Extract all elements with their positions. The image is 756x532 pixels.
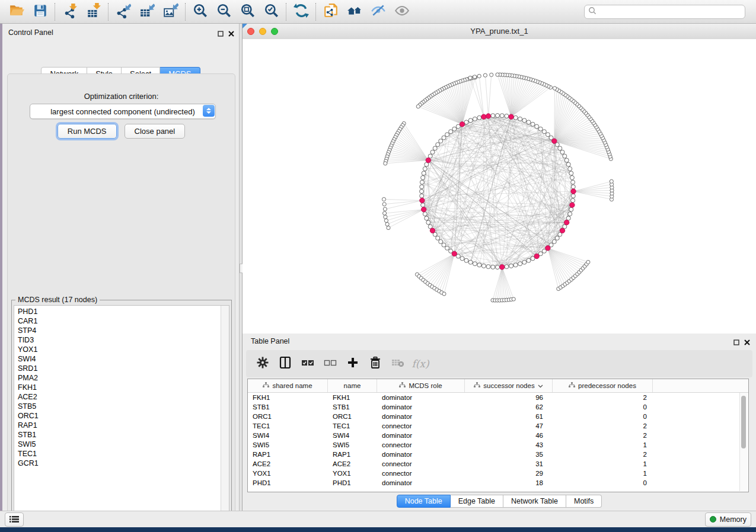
column-header-successor-nodes[interactable]: successor nodes <box>465 379 553 392</box>
cell-predecessor-nodes: 2 <box>553 451 653 458</box>
refresh-network-icon <box>294 3 309 21</box>
result-node[interactable]: ORC1 <box>14 411 221 421</box>
result-node[interactable]: SRD1 <box>14 364 221 373</box>
control-panel-header: Control Panel <box>2 24 239 40</box>
search-box[interactable] <box>584 5 745 19</box>
zoom-out-icon <box>216 3 232 21</box>
mcds-result-box: MCDS result (17 nodes) PHD1CAR1STP4TID3Y… <box>11 300 232 519</box>
table-row[interactable]: ORC1ORC1dominator610 <box>248 412 748 421</box>
network-titlebar[interactable]: YPA_prune.txt_1 <box>243 24 756 40</box>
memory-button[interactable]: Memory <box>705 512 751 527</box>
table-row[interactable]: YOX1YOX1connector291 <box>248 469 748 478</box>
select-all-checkboxes-button[interactable] <box>301 357 315 371</box>
save-session-button[interactable] <box>28 2 52 22</box>
table-row[interactable]: PHD1PHD1dominator180 <box>248 478 748 488</box>
tab-node-table[interactable]: Node Table <box>397 495 451 508</box>
column-header-MCDS-role[interactable]: MCDS role <box>377 379 465 392</box>
run-mcds-button[interactable]: Run MCDS <box>58 124 117 139</box>
export-image-button[interactable] <box>159 2 183 22</box>
result-node[interactable]: SWI5 <box>14 440 221 449</box>
show-all-button[interactable] <box>390 2 414 22</box>
table-row[interactable]: RAP1RAP1dominator352 <box>248 450 748 459</box>
table-row[interactable]: FKH1FKH1dominator962 <box>248 393 748 402</box>
status-bar: Memory <box>0 511 756 527</box>
control-panel: Control Panel NetworkStyleSelectMCDS Opt… <box>2 24 239 511</box>
first-neighbors-button[interactable] <box>343 2 366 22</box>
close-panel-icon[interactable] <box>228 28 234 39</box>
cell-successor-nodes: 18 <box>465 479 553 486</box>
table-row[interactable]: ACE2ACE2connector311 <box>248 459 748 469</box>
tab-motifs[interactable]: Motifs <box>566 495 602 508</box>
column-header-name[interactable]: name <box>328 379 377 392</box>
import-table-button[interactable] <box>82 2 106 22</box>
column-namespace-icon <box>569 382 575 389</box>
close-table-panel-icon[interactable] <box>744 337 750 348</box>
node-table[interactable]: shared namenameMCDS rolesuccessor nodesp… <box>247 379 749 492</box>
result-node[interactable]: PMA2 <box>14 373 221 383</box>
zoom-out-button[interactable] <box>212 2 236 22</box>
result-node[interactable]: FKH1 <box>14 383 221 392</box>
table-panel-title: Table Panel <box>251 337 289 345</box>
zoom-fit-button[interactable] <box>236 2 260 22</box>
zoom-selected-button[interactable] <box>260 2 283 22</box>
deselect-all-checkboxes-button[interactable] <box>323 357 337 371</box>
result-node[interactable]: CAR1 <box>14 316 221 326</box>
close-panel-button[interactable]: Close panel <box>125 124 186 139</box>
delete-row-button[interactable] <box>368 357 382 371</box>
mcds-result-list[interactable]: PHD1CAR1STP4TID3YOX1SWI4SRD1PMA2FKH1ACE2… <box>14 305 229 517</box>
result-node[interactable]: STP4 <box>14 326 221 335</box>
cell-shared-name: ACE2 <box>248 460 328 467</box>
float-panel-icon[interactable] <box>218 28 224 39</box>
network-title: YPA_prune.txt_1 <box>243 27 756 36</box>
task-history-button[interactable] <box>5 512 24 527</box>
table-row[interactable]: SWI5SWI5connector431 <box>248 440 748 450</box>
table-row[interactable]: SWI4SWI4dominator462 <box>248 431 748 440</box>
optimization-criterion-select[interactable]: largest connected component (undirected) <box>30 104 216 119</box>
add-row-button[interactable] <box>346 357 360 371</box>
cell-successor-nodes: 43 <box>465 441 553 448</box>
hide-selected-button[interactable] <box>366 2 390 22</box>
result-node[interactable]: SWI4 <box>14 354 221 364</box>
mcds-result-scrollbar[interactable] <box>221 306 229 516</box>
node-table-body: FKH1FKH1dominator962STB1STB1dominator620… <box>248 393 748 488</box>
table-scrollbar-thumb[interactable] <box>741 396 746 448</box>
result-node[interactable]: STB5 <box>14 402 221 411</box>
table-row[interactable]: TEC1TEC1connector472 <box>248 421 748 431</box>
result-node[interactable]: ACE2 <box>14 392 221 402</box>
result-node[interactable]: YOX1 <box>14 345 221 354</box>
search-input[interactable] <box>599 7 741 17</box>
table-scrollbar[interactable] <box>739 393 748 491</box>
show-columns-button[interactable] <box>278 357 292 371</box>
open-file-icon <box>9 3 24 21</box>
toolbar-separator <box>55 3 56 21</box>
result-node[interactable]: PHD1 <box>14 307 221 316</box>
column-header-shared-name[interactable]: shared name <box>248 379 328 392</box>
import-network-button[interactable] <box>58 2 82 22</box>
network-canvas[interactable] <box>243 39 756 334</box>
refresh-network-button[interactable] <box>289 2 313 22</box>
table-row[interactable]: STB1STB1dominator620 <box>248 402 748 412</box>
open-file-button[interactable] <box>5 2 28 22</box>
column-header-predecessor-nodes[interactable]: predecessor nodes <box>553 379 653 392</box>
float-table-panel-icon[interactable] <box>733 337 739 348</box>
show-all-icon <box>394 3 410 21</box>
tab-edge-table[interactable]: Edge Table <box>451 495 503 508</box>
result-node[interactable]: GCR1 <box>14 459 221 468</box>
memory-label: Memory <box>720 515 747 524</box>
cell-name: FKH1 <box>328 394 377 401</box>
export-table-icon <box>139 3 155 21</box>
result-node[interactable]: STB1 <box>14 430 221 440</box>
result-node[interactable]: RAP1 <box>14 421 221 430</box>
tab-network-table[interactable]: Network Table <box>503 495 566 508</box>
export-table-button[interactable] <box>135 2 159 22</box>
result-node[interactable]: TID3 <box>14 335 221 345</box>
result-node[interactable]: TEC1 <box>14 449 221 459</box>
duplicate-network-button[interactable] <box>319 2 343 22</box>
column-label: name <box>344 382 361 389</box>
cell-predecessor-nodes: 2 <box>553 422 653 430</box>
zoom-in-button[interactable] <box>189 2 212 22</box>
settings-gear-button[interactable] <box>256 357 270 371</box>
cell-name: RAP1 <box>328 451 377 458</box>
export-network-button[interactable] <box>111 2 135 22</box>
cell-predecessor-nodes: 0 <box>553 403 653 411</box>
